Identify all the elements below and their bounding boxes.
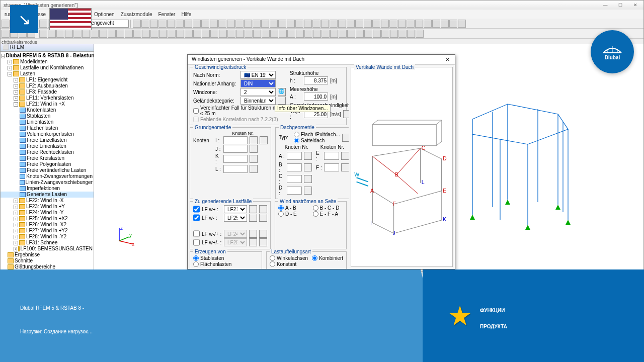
tool-icon[interactable] <box>176 30 184 38</box>
tool-icon[interactable] <box>73 30 82 38</box>
side-ab-radio[interactable] <box>278 205 284 211</box>
side-efa-radio[interactable] <box>313 211 318 217</box>
windzone-select[interactable]: 2 <box>240 88 276 96</box>
tool-icon[interactable] <box>321 20 329 28</box>
tool-icon[interactable] <box>91 30 99 38</box>
tool-icon[interactable] <box>407 30 415 38</box>
tree-node[interactable]: Freie veränderliche Lasten <box>1 167 94 173</box>
new-lf-button[interactable] <box>249 238 257 246</box>
tool-icon[interactable] <box>227 30 235 38</box>
roof-e-input[interactable] <box>324 152 339 160</box>
tool-icon[interactable] <box>270 30 278 38</box>
tree-node[interactable]: +LF23: Wind in +Y <box>1 204 94 210</box>
tool-icon[interactable] <box>441 20 449 28</box>
node-i-input[interactable] <box>223 136 248 144</box>
new-lf-button[interactable] <box>249 230 257 238</box>
lfwm-select[interactable]: LF25 <box>224 214 247 222</box>
pick-icon[interactable] <box>341 163 349 171</box>
pick-icon[interactable] <box>304 175 312 183</box>
tool-icon[interactable] <box>364 30 372 38</box>
menu-item[interactable]: Fenster <box>156 12 178 17</box>
tool-icon[interactable] <box>390 30 398 38</box>
pick-icon[interactable] <box>250 136 258 144</box>
tool-icon[interactable] <box>262 30 270 38</box>
tool-icon[interactable] <box>65 30 73 38</box>
tool-icon[interactable] <box>184 20 192 28</box>
tree-node[interactable]: Freie Einzellasten <box>1 137 94 143</box>
node-k-input[interactable] <box>223 155 248 163</box>
tool-icon[interactable] <box>355 20 363 28</box>
close-button[interactable]: ✕ <box>628 2 642 10</box>
angle-radio[interactable] <box>270 255 275 261</box>
tool-icon[interactable] <box>210 20 218 28</box>
roof-d-input[interactable] <box>287 187 302 195</box>
tool-icon[interactable] <box>347 30 355 38</box>
lfwm-checkbox[interactable] <box>193 214 200 222</box>
constant-radio[interactable] <box>270 261 275 267</box>
tool-icon[interactable] <box>150 30 158 38</box>
tree-node[interactable]: +LF11: Verkehrslasten <box>1 95 94 101</box>
tool-icon[interactable] <box>287 30 295 38</box>
tool-icon[interactable] <box>193 20 201 28</box>
tool-icon[interactable] <box>321 30 330 38</box>
tool-icon[interactable] <box>313 30 321 38</box>
tool-icon[interactable] <box>202 30 210 38</box>
tree-node[interactable]: Knoten-Zwangsverformungen <box>1 173 94 179</box>
tool-icon[interactable] <box>227 20 235 28</box>
tool-icon[interactable] <box>235 20 244 28</box>
tool-icon[interactable] <box>218 20 226 28</box>
tool-icon[interactable] <box>158 20 167 28</box>
tree-node[interactable]: +LF24: Wind in -Y <box>1 210 94 216</box>
tool-icon[interactable] <box>330 20 338 28</box>
menu-item[interactable]: Zusatzmodule <box>119 12 154 17</box>
sealevel-input[interactable] <box>304 93 328 101</box>
tree-node[interactable]: +Modelldaten <box>1 59 94 65</box>
tool-icon[interactable] <box>373 30 381 38</box>
tool-icon[interactable] <box>338 20 346 28</box>
tool-icon[interactable] <box>312 20 320 28</box>
tree-node[interactable]: –Lasten <box>1 71 94 77</box>
tool-icon[interactable] <box>108 30 116 38</box>
tree-node[interactable]: Imperfektionen <box>1 186 94 192</box>
tool-icon[interactable] <box>287 20 295 28</box>
tool-icon[interactable] <box>253 30 261 38</box>
tree-node[interactable]: Linienlasten <box>1 119 94 125</box>
tool-icon[interactable] <box>150 20 158 28</box>
tree-project[interactable]: –Dlubal RFEM 5 & RSTAB 8 - Belastunge <box>1 53 94 59</box>
tool-icon[interactable] <box>449 20 457 28</box>
node-l-input[interactable] <box>223 165 248 173</box>
tool-icon[interactable] <box>339 30 347 38</box>
tree-node[interactable]: Schnitte <box>1 258 94 264</box>
tree-node[interactable]: Freie Rechtecklasten <box>1 149 94 155</box>
pick-icon[interactable] <box>304 152 312 160</box>
combined-radio[interactable] <box>312 255 317 261</box>
del-lf-button[interactable] <box>259 214 267 222</box>
tree-node[interactable]: +LF28: Wind in -Y2 <box>1 234 94 240</box>
side-bcd-radio[interactable] <box>313 205 318 211</box>
lfwmp-checkbox[interactable] <box>193 230 200 238</box>
tool-icon[interactable] <box>125 30 133 38</box>
tool-icon[interactable] <box>219 30 227 38</box>
tree-node[interactable]: Freie Linienlasten <box>1 143 94 149</box>
tool-icon[interactable] <box>244 20 252 28</box>
tool-icon[interactable] <box>458 20 466 28</box>
tree-node[interactable]: Freie Kreislasten <box>1 155 94 161</box>
lfwp-checkbox[interactable] <box>193 205 200 213</box>
tree-node[interactable]: –LF21: Wind in +X <box>1 101 94 107</box>
tree-node[interactable]: Volumenkörperlasten <box>1 131 94 137</box>
dialog-titlebar[interactable]: Windlasten generieren - Vertikale Wände … <box>188 55 455 65</box>
tool-icon[interactable] <box>99 30 107 38</box>
vb-info-button[interactable] <box>343 110 349 118</box>
tree-node[interactable]: Freie Polygonlasten <box>1 161 94 167</box>
tool-icon[interactable] <box>270 20 278 28</box>
tree-node[interactable]: +LF2: Ausbaulasten <box>1 83 94 89</box>
menu-item[interactable]: Optionen <box>92 12 117 17</box>
member-loads-radio[interactable] <box>193 255 199 261</box>
tree-node[interactable]: Ergebnisse <box>1 252 94 258</box>
tree-node[interactable]: +LF31: Schnee <box>1 240 94 246</box>
tool-icon[interactable] <box>201 20 209 28</box>
tool-icon[interactable] <box>133 30 141 38</box>
tool-icon[interactable] <box>416 30 424 38</box>
tool-icon[interactable] <box>116 30 124 38</box>
tool-icon[interactable] <box>185 30 193 38</box>
